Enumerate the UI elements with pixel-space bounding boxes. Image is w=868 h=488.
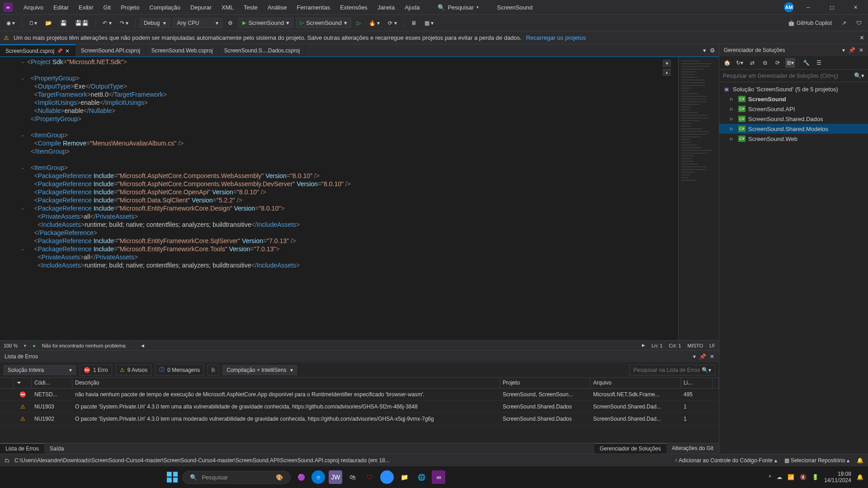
menu-teste[interactable]: Teste	[239, 1, 262, 14]
expand-icon[interactable]: ▷	[730, 127, 736, 131]
build-filter-icon[interactable]: ⎘	[208, 365, 219, 375]
close-icon[interactable]: ✕	[859, 47, 863, 53]
home-icon[interactable]: 🏠	[722, 58, 732, 68]
switch-icon[interactable]: ⇄	[747, 58, 757, 68]
tab-solution-explorer[interactable]: Gerenciador de Soluções	[594, 443, 666, 454]
copilot-button[interactable]: 🤖 GitHub Copilot	[785, 18, 835, 28]
new-item-button[interactable]: 🗋▾	[26, 18, 40, 28]
properties-icon[interactable]: ☰	[814, 58, 824, 68]
solution-root[interactable]: ▣Solução 'ScreenSound' (5 de 5 projetos)	[719, 84, 868, 94]
menu-ferramentas[interactable]: Ferramentas	[292, 1, 335, 14]
run-debug-button[interactable]: ▶ScreenSound▾	[238, 18, 293, 28]
error-row[interactable]: ⚠NU1903O pacote 'System.Private.Uri' 4.3…	[0, 401, 719, 413]
hscroll-left-icon[interactable]: ◀	[141, 343, 144, 348]
hscroll-right-icon[interactable]: ▶	[642, 343, 645, 348]
project-node[interactable]: ▷C#ScreenSound.Shared.Modelos	[719, 124, 868, 134]
tab-settings-button[interactable]: ⚙	[710, 47, 715, 54]
misc-button-1[interactable]: 🖥	[408, 18, 419, 28]
solution-search[interactable]: 🔍▾	[719, 70, 868, 82]
eol[interactable]: LF	[709, 343, 715, 348]
encoding[interactable]: MISTO	[688, 343, 703, 348]
bell-icon[interactable]: 🔔	[857, 457, 863, 464]
volume-icon[interactable]: 🔇	[800, 474, 807, 480]
tab-overflow-button[interactable]: ▾	[703, 47, 706, 54]
save-button[interactable]: 💾	[57, 18, 70, 28]
reload-link[interactable]: Recarregar os projetos	[526, 34, 586, 41]
errors-filter-button[interactable]: ⛔1 Erro	[80, 365, 112, 375]
nav-back-button[interactable]: ◉ ▾	[4, 18, 18, 28]
menu-extensões[interactable]: Extensões	[335, 1, 372, 14]
close-button[interactable]: ✕	[846, 1, 864, 14]
messages-filter-button[interactable]: ⓘ0 Mensagens	[155, 364, 204, 376]
expand-icon[interactable]: ▷	[730, 107, 736, 111]
notifications-icon[interactable]: 🔔	[857, 474, 863, 480]
menu-compilação[interactable]: Compilação	[145, 1, 185, 14]
hotreload-button[interactable]: 🔥 ▾	[366, 18, 382, 28]
chrome-taskbar-icon[interactable]: 🌐	[415, 470, 428, 484]
menu-projeto[interactable]: Projeto	[116, 1, 144, 14]
issues-status[interactable]: Não foi encontrado nenhum problema	[42, 343, 126, 348]
vs-taskbar-icon[interactable]: ∞	[432, 470, 445, 484]
tab-output[interactable]: Saída	[44, 444, 69, 454]
pin-icon[interactable]: 📌	[57, 48, 62, 53]
tab-git-changes[interactable]: Alterações do Git	[666, 443, 719, 454]
run-nodebug-button[interactable]: ▷ScreenSound▾	[296, 18, 351, 28]
misc-button-2[interactable]: ▦ ▾	[422, 18, 436, 28]
edge-taskbar-icon[interactable]: e	[311, 470, 325, 484]
maximize-button[interactable]: ▢	[823, 1, 841, 14]
menu-exibir[interactable]: Exibir	[74, 1, 98, 14]
restart-button[interactable]: ⟳ ▾	[385, 18, 399, 28]
minimize-button[interactable]: ─	[799, 1, 817, 14]
zoom-taskbar-icon[interactable]	[380, 470, 394, 484]
build-mode-dropdown[interactable]: Compilação + IntelliSens▾	[222, 365, 297, 375]
windows-search[interactable]: 🔍 Pesquisar 🎨	[182, 471, 291, 484]
warnbar-close-button[interactable]: ✕	[859, 34, 864, 41]
undo-button[interactable]: ↶ ▾	[100, 18, 114, 28]
menu-editar[interactable]: Editar	[49, 1, 73, 14]
project-node[interactable]: ▷C#ScreenSound.API	[719, 104, 868, 114]
mcafee-taskbar-icon[interactable]: 🛡	[363, 470, 377, 484]
dropdown-icon[interactable]: ▾	[842, 47, 845, 53]
dropdown-icon[interactable]: ▾	[693, 353, 696, 360]
menu-arquivo[interactable]: Arquivo	[19, 1, 48, 14]
wifi-icon[interactable]: 📶	[788, 474, 794, 480]
platform-dropdown[interactable]: Any CPU▾	[173, 18, 222, 28]
battery-icon[interactable]: 🔋	[812, 474, 819, 480]
file-tab[interactable]: ScreenSound.Web.csproj	[146, 44, 219, 56]
source-control-button[interactable]: ↑ Adicionar ao Controle do Código-Fonte …	[675, 457, 777, 464]
error-row[interactable]: ⚠NU1902O pacote 'System.Private.Uri' 4.3…	[0, 413, 719, 425]
copilot-taskbar-icon[interactable]: 🟣	[294, 470, 308, 484]
scope-dropdown[interactable]: Solução Inteira▾	[4, 365, 76, 375]
show-all-icon[interactable]: ⊞▾	[785, 58, 795, 68]
error-search-input[interactable]: 🔍▾	[629, 365, 715, 375]
menu-depurar[interactable]: Depurar	[186, 1, 216, 14]
wrench-icon[interactable]: 🔧	[801, 58, 811, 68]
close-icon[interactable]: ✕	[710, 353, 714, 360]
minimap[interactable]	[678, 57, 719, 340]
step-button[interactable]: ▷	[354, 18, 363, 28]
share-button[interactable]: ↗	[839, 18, 849, 28]
error-row[interactable]: ⛔NETSD...não havia nenhum pacote de temp…	[0, 389, 719, 401]
refresh-icon[interactable]: ⟳	[773, 58, 783, 68]
expand-icon[interactable]: ▷	[730, 136, 736, 141]
code-editor[interactable]: ⌄⌄⌄⌄⌄⌄ <Project Sdk="Microsoft.NET.Sdk">…	[0, 57, 719, 340]
admin-icon[interactable]: 🛡	[854, 18, 864, 28]
warnings-filter-button[interactable]: ⚠9 Avisos	[116, 365, 151, 375]
file-tab[interactable]: ScreenSound.csproj📌✕	[0, 44, 75, 56]
pin-icon[interactable]: 📌	[849, 47, 855, 53]
explorer-taskbar-icon[interactable]: 📁	[397, 470, 411, 484]
redo-button[interactable]: ↷ ▾	[117, 18, 131, 28]
file-tab[interactable]: ScreenSound.S....Dados.csproj	[219, 44, 306, 56]
sync-icon[interactable]: ↻▾	[735, 58, 745, 68]
menu-janela[interactable]: Janela	[373, 1, 399, 14]
tab-error-list[interactable]: Lista de Erros	[0, 443, 44, 454]
config-dropdown[interactable]: Debug▾	[140, 18, 170, 28]
zoom-level[interactable]: 100 %	[4, 343, 18, 348]
scroll-up-button[interactable]: ▲	[663, 69, 671, 76]
tray-expand-icon[interactable]: ^	[769, 474, 771, 480]
error-list-headers[interactable]: ⏷ Códi... Descrição Projeto Arquivo Li..…	[0, 378, 719, 389]
copy-icon[interactable]: ⧉	[760, 58, 770, 68]
repo-button[interactable]: ▦ Selecionar Repositório ▴	[784, 457, 849, 464]
close-tab-button[interactable]: ✕	[65, 48, 70, 54]
titlebar-search[interactable]: 🔍 Pesquisar ▾	[433, 3, 483, 12]
